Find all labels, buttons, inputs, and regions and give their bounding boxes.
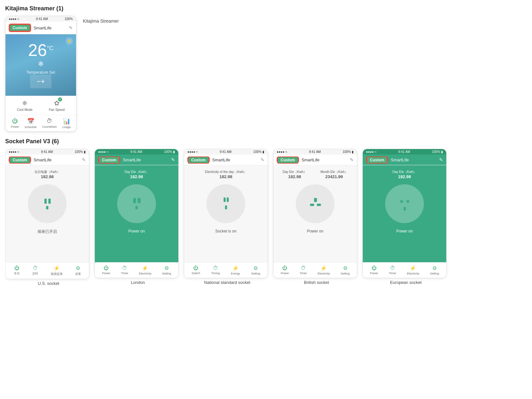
edit-icon[interactable]: ✎ [69, 25, 73, 30]
european-socket-svg [393, 192, 416, 215]
british-footer-electricity[interactable]: ⚡ Electricity [317, 265, 330, 275]
cool-mode-item[interactable]: ❄ Cool Mode [17, 99, 32, 112]
british-edit-icon[interactable]: ✎ [350, 157, 354, 162]
us-custom-badge[interactable]: Custom [9, 156, 30, 164]
svg-rect-11 [317, 204, 321, 206]
kitajima-section: Kitajima Streamer (1) ●●●● ≈ 9:41 AM 100… [5, 5, 527, 132]
british-energy-value1: 182.98 [283, 174, 306, 179]
us-footer-energy[interactable]: ⚡ 能源监测 [51, 265, 62, 276]
schedule-icon: 📅 [27, 118, 34, 125]
london-footer-power[interactable]: ⏻ Power [102, 265, 110, 275]
national-socket-wrapper: ●●●● ≈ 9:41 AM 100% ▮ Custom SmartLife ✎… [184, 149, 271, 286]
british-footer-power[interactable]: ⏻ Power [281, 265, 289, 275]
custom-badge-area: Custom [9, 24, 31, 32]
svg-rect-5 [136, 206, 138, 210]
british-footer-setting[interactable]: ⚙ Setting [341, 265, 350, 275]
temp-decrease-button[interactable]: − [37, 77, 41, 86]
national-status-bar: ●●●● ≈ 9:41 AM 100% ▮ [184, 149, 268, 155]
status-bar: ●●●● ≈ 9:41 AM 100% [6, 16, 76, 22]
london-energy-value: 182.98 [125, 174, 149, 179]
national-footer-energy[interactable]: ⚡ Energy [231, 265, 240, 275]
british-socket-frame: ●●●● ≈ 9:41 AM 100% ▮ Custom SmartLife ✎… [273, 149, 357, 278]
european-energy-row: Day Ele（Kwh） 182.98 [363, 168, 446, 180]
us-phone-header: Custom SmartLife ✎ [6, 155, 89, 165]
national-energy-value: 182.98 [205, 174, 247, 179]
london-socket-status: Power on [128, 229, 145, 233]
british-custom-badge[interactable]: Custom [277, 156, 298, 164]
us-socket-footer: ⏻ 开关 ⏱ 定时 ⚡ 能源监测 ⚙ 设置 [6, 262, 89, 279]
british-phone-header: Custom SmartLife ✎ [273, 155, 357, 165]
national-footer-timing[interactable]: ⏱ Timing [211, 265, 220, 275]
national-energy-label: Electricity of the day（Kwh） [205, 170, 247, 174]
us-footer-timer[interactable]: ⏱ 定时 [32, 265, 38, 276]
london-footer-setting[interactable]: ⚙ Setting [162, 265, 171, 275]
ac-controls: − + [30, 75, 51, 88]
british-footer-timer[interactable]: ⏱ Timer [300, 265, 307, 275]
london-footer-timer[interactable]: ⏱ Timer [121, 265, 128, 275]
european-footer-timer[interactable]: ⏱ Timer [389, 265, 396, 275]
battery: 100% ▮ [75, 150, 86, 154]
european-footer-electricity[interactable]: ⚡ Electricity [407, 265, 419, 275]
fan-speed-item[interactable]: ✿4 Fan Speed [49, 99, 65, 112]
svg-rect-6 [224, 198, 226, 202]
national-socket-status: Socket is on [215, 229, 236, 233]
us-socket-frame: ●●●● ≈ 9:41 AM 100% ▮ Custom SmartLife ✎… [5, 149, 89, 279]
national-custom-badge-area: Custom [187, 156, 210, 163]
temp-increase-button[interactable]: + [41, 77, 45, 86]
european-device-name: European socket [390, 280, 422, 285]
london-socket-body: Day Ele（Kwh） 182.98 Power on [95, 165, 178, 262]
schedule-shortcut[interactable]: 📅 Schedule [25, 118, 37, 129]
us-edit-icon[interactable]: ✎ [82, 157, 86, 162]
us-energy-label: 当日电量（Kwh） [34, 170, 60, 174]
london-socket-wrapper: ●●●● ≈ 9:41 AM 100% ▮ Custom SmartLife ✎… [94, 149, 181, 286]
european-edit-icon[interactable]: ✎ [439, 157, 443, 162]
time-display: 9:41 AM [36, 17, 48, 21]
british-socket-footer: ⏻ Power ⏱ Timer ⚡ Electricity ⚙ Setting [273, 262, 357, 278]
svg-rect-4 [138, 198, 141, 203]
us-footer-power[interactable]: ⏻ 开关 [14, 265, 20, 276]
usage-shortcut[interactable]: 📊 Usage [62, 118, 71, 129]
us-socket-wrapper: ●●●● ≈ 9:41 AM 100% ▮ Custom SmartLife ✎… [5, 149, 92, 286]
london-footer-electricity[interactable]: ⚡ Electricity [139, 265, 151, 275]
svg-rect-7 [227, 198, 229, 202]
national-edit-icon[interactable]: ✎ [260, 157, 264, 162]
london-phone-header: Custom SmartLife ✎ [95, 155, 178, 165]
svg-rect-8 [225, 205, 227, 209]
european-socket-body: Day Ele（Kwh） 182.98 Power on [363, 165, 446, 262]
british-energy-row: Day Ele（Kwh） 182.98 Month Ele（Kwh） 23421… [273, 168, 357, 180]
london-socket-svg [125, 192, 148, 215]
european-footer-power[interactable]: ⏻ Power [370, 265, 378, 275]
national-custom-badge[interactable]: Custom [188, 156, 209, 164]
national-footer-switch[interactable]: ⏻ Switch [192, 265, 200, 275]
european-socket-status: Power on [396, 229, 413, 233]
european-socket-wrapper: ●●●● ≈ 9:41 AM 100% ▮ Custom SmartLife ✎… [362, 149, 449, 286]
countdown-shortcut[interactable]: ⏱ Countdown [42, 118, 57, 129]
european-footer-setting[interactable]: ⚙ Setting [430, 265, 439, 275]
battery-display: 100% [64, 17, 73, 21]
power-shortcut[interactable]: ⏻ Power [11, 118, 19, 129]
british-socket-status: Power on [307, 229, 324, 233]
london-status-bar: ●●●● ≈ 9:41 AM 100% ▮ [95, 149, 178, 155]
ac-temperature: 26°C [28, 42, 53, 59]
fan-speed-label: Fan Speed [49, 108, 65, 112]
national-footer-setting[interactable]: ⚙ Setting [251, 265, 260, 275]
us-device-name: U.S. socket [38, 281, 59, 286]
national-energy-row: Electricity of the day（Kwh） 182.98 [184, 168, 268, 180]
cool-mode-label: Cool Mode [17, 108, 32, 112]
national-socket-footer: ⏻ Switch ⏱ Timing ⚡ Energy ⚙ Setting [184, 262, 268, 278]
european-custom-badge[interactable]: Custom [367, 156, 388, 164]
european-socket-frame: ●●●● ≈ 9:41 AM 100% ▮ Custom SmartLife ✎… [362, 149, 447, 278]
kitajima-section-title: Kitajima Streamer (1) [5, 5, 527, 12]
london-socket-footer: ⏻ Power ⏱ Timer ⚡ Electricity ⚙ Setting [95, 262, 178, 278]
european-status-bar: ●●●● ≈ 9:41 AM 100% ▮ [363, 149, 446, 155]
british-socket-svg [304, 192, 327, 215]
custom-badge[interactable]: Custom [9, 24, 30, 31]
us-socket-icon-container [28, 184, 67, 223]
countdown-label: Countdown [42, 125, 57, 128]
svg-rect-3 [133, 198, 136, 203]
london-custom-badge[interactable]: Custom [99, 156, 120, 164]
national-socket-icon-container [206, 184, 245, 223]
us-footer-setting[interactable]: ⚙ 设置 [75, 265, 81, 276]
london-edit-icon[interactable]: ✎ [171, 157, 175, 162]
british-socket-icon-container [296, 184, 335, 223]
